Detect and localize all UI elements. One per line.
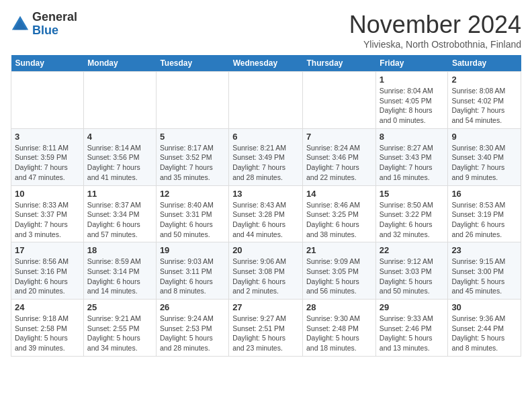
day-number: 12 [160,189,225,199]
calendar-cell [229,72,303,129]
day-info: Sunrise: 9:33 AM Sunset: 2:46 PM Dayligh… [380,314,445,353]
day-number: 28 [306,302,372,312]
day-number: 29 [380,302,445,312]
day-number: 21 [306,245,372,255]
day-info: Sunrise: 8:24 AM Sunset: 3:46 PM Dayligh… [306,143,372,183]
day-info: Sunrise: 8:53 AM Sunset: 3:19 PM Dayligh… [451,200,517,240]
day-number: 11 [87,189,152,199]
day-number: 3 [15,132,80,142]
day-number: 6 [232,132,299,142]
calendar-cell: 3Sunrise: 8:11 AM Sunset: 3:59 PM Daylig… [11,128,84,185]
location-subtitle: Ylivieska, North Ostrobothnia, Finland [349,39,521,50]
calendar-cell: 19Sunrise: 9:03 AM Sunset: 3:11 PM Dayli… [156,242,228,300]
logo-icon [11,15,30,34]
calendar-cell: 2Sunrise: 8:08 AM Sunset: 4:02 PM Daylig… [448,72,521,129]
weekday-header-tuesday: Tuesday [156,55,228,72]
calendar-table: SundayMondayTuesdayWednesdayThursdayFrid… [11,55,521,357]
calendar-cell: 21Sunrise: 9:09 AM Sunset: 3:05 PM Dayli… [303,242,376,300]
day-number: 20 [232,245,299,255]
weekday-header-monday: Monday [83,55,156,72]
calendar-cell: 5Sunrise: 8:17 AM Sunset: 3:52 PM Daylig… [156,128,228,185]
day-number: 2 [451,75,517,85]
day-info: Sunrise: 9:24 AM Sunset: 2:53 PM Dayligh… [160,314,225,353]
weekday-header-sunday: Sunday [11,55,84,72]
calendar-cell [11,72,84,129]
day-number: 14 [306,189,372,199]
calendar-cell: 28Sunrise: 9:30 AM Sunset: 2:48 PM Dayli… [303,300,376,357]
logo-text: General Blue [32,11,77,38]
day-number: 15 [380,189,445,199]
day-info: Sunrise: 8:27 AM Sunset: 3:43 PM Dayligh… [380,143,445,183]
day-info: Sunrise: 9:09 AM Sunset: 3:05 PM Dayligh… [306,257,372,296]
calendar-week-row: 1Sunrise: 8:04 AM Sunset: 4:05 PM Daylig… [11,72,521,129]
day-number: 19 [160,245,225,255]
title-block: November 2024 Ylivieska, North Ostroboth… [349,11,521,50]
day-info: Sunrise: 9:21 AM Sunset: 2:55 PM Dayligh… [87,314,152,353]
day-info: Sunrise: 8:33 AM Sunset: 3:37 PM Dayligh… [15,200,80,240]
day-info: Sunrise: 8:37 AM Sunset: 3:34 PM Dayligh… [87,200,152,240]
calendar-cell [303,72,376,129]
day-info: Sunrise: 9:06 AM Sunset: 3:08 PM Dayligh… [232,257,299,296]
calendar-cell: 11Sunrise: 8:37 AM Sunset: 3:34 PM Dayli… [83,185,156,242]
day-number: 27 [232,302,299,312]
day-number: 30 [451,302,517,312]
day-number: 25 [87,302,152,312]
day-info: Sunrise: 8:17 AM Sunset: 3:52 PM Dayligh… [160,143,225,183]
day-info: Sunrise: 9:12 AM Sunset: 3:03 PM Dayligh… [380,257,445,296]
weekday-header-saturday: Saturday [448,55,521,72]
calendar-cell: 22Sunrise: 9:12 AM Sunset: 3:03 PM Dayli… [375,242,448,300]
day-info: Sunrise: 8:21 AM Sunset: 3:49 PM Dayligh… [232,143,299,183]
calendar-cell: 4Sunrise: 8:14 AM Sunset: 3:56 PM Daylig… [83,128,156,185]
day-number: 4 [87,132,152,142]
day-number: 7 [306,132,372,142]
calendar-cell: 26Sunrise: 9:24 AM Sunset: 2:53 PM Dayli… [156,300,228,357]
calendar-cell: 20Sunrise: 9:06 AM Sunset: 3:08 PM Dayli… [229,242,303,300]
calendar-cell: 8Sunrise: 8:27 AM Sunset: 3:43 PM Daylig… [375,128,448,185]
calendar-week-row: 24Sunrise: 9:18 AM Sunset: 2:58 PM Dayli… [11,300,521,357]
calendar-cell: 16Sunrise: 8:53 AM Sunset: 3:19 PM Dayli… [448,185,521,242]
day-number: 9 [451,132,517,142]
calendar-cell: 12Sunrise: 8:40 AM Sunset: 3:31 PM Dayli… [156,185,228,242]
day-number: 24 [15,302,80,312]
calendar-cell: 29Sunrise: 9:33 AM Sunset: 2:46 PM Dayli… [375,300,448,357]
calendar-week-row: 17Sunrise: 8:56 AM Sunset: 3:16 PM Dayli… [11,242,521,300]
calendar-cell: 13Sunrise: 8:43 AM Sunset: 3:28 PM Dayli… [229,185,303,242]
day-number: 1 [380,75,445,85]
calendar-cell: 6Sunrise: 8:21 AM Sunset: 3:49 PM Daylig… [229,128,303,185]
day-info: Sunrise: 8:14 AM Sunset: 3:56 PM Dayligh… [87,143,152,183]
calendar-cell: 7Sunrise: 8:24 AM Sunset: 3:46 PM Daylig… [303,128,376,185]
day-info: Sunrise: 9:27 AM Sunset: 2:51 PM Dayligh… [232,314,299,353]
calendar-cell: 10Sunrise: 8:33 AM Sunset: 3:37 PM Dayli… [11,185,84,242]
day-info: Sunrise: 8:40 AM Sunset: 3:31 PM Dayligh… [160,200,225,240]
month-title: November 2024 [349,11,521,39]
day-number: 18 [87,245,152,255]
day-number: 8 [380,132,445,142]
day-number: 23 [451,245,517,255]
day-number: 13 [232,189,299,199]
calendar-week-row: 3Sunrise: 8:11 AM Sunset: 3:59 PM Daylig… [11,128,521,185]
day-info: Sunrise: 8:04 AM Sunset: 4:05 PM Dayligh… [380,86,445,126]
day-info: Sunrise: 9:36 AM Sunset: 2:44 PM Dayligh… [451,314,517,353]
day-info: Sunrise: 8:46 AM Sunset: 3:25 PM Dayligh… [306,200,372,240]
day-info: Sunrise: 8:11 AM Sunset: 3:59 PM Dayligh… [15,143,80,183]
day-info: Sunrise: 8:43 AM Sunset: 3:28 PM Dayligh… [232,200,299,240]
page-header: General Blue November 2024 Ylivieska, No… [11,11,521,50]
day-info: Sunrise: 9:30 AM Sunset: 2:48 PM Dayligh… [306,314,372,353]
day-info: Sunrise: 8:08 AM Sunset: 4:02 PM Dayligh… [451,86,517,126]
calendar-cell: 23Sunrise: 9:15 AM Sunset: 3:00 PM Dayli… [448,242,521,300]
day-number: 10 [15,189,80,199]
weekday-header-wednesday: Wednesday [229,55,303,72]
calendar-cell: 9Sunrise: 8:30 AM Sunset: 3:40 PM Daylig… [448,128,521,185]
logo: General Blue [11,11,77,38]
day-info: Sunrise: 9:18 AM Sunset: 2:58 PM Dayligh… [15,314,80,353]
day-number: 16 [451,189,517,199]
calendar-cell [156,72,228,129]
calendar-cell: 27Sunrise: 9:27 AM Sunset: 2:51 PM Dayli… [229,300,303,357]
day-number: 22 [380,245,445,255]
calendar-cell: 24Sunrise: 9:18 AM Sunset: 2:58 PM Dayli… [11,300,84,357]
calendar-cell: 17Sunrise: 8:56 AM Sunset: 3:16 PM Dayli… [11,242,84,300]
weekday-header-thursday: Thursday [303,55,376,72]
day-number: 5 [160,132,225,142]
calendar-cell: 14Sunrise: 8:46 AM Sunset: 3:25 PM Dayli… [303,185,376,242]
day-info: Sunrise: 9:03 AM Sunset: 3:11 PM Dayligh… [160,257,225,296]
